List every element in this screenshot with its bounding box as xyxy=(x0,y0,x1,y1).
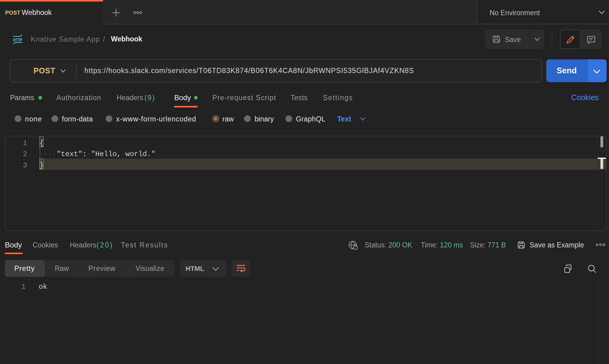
svg-text:HTTP: HTTP xyxy=(13,37,22,42)
